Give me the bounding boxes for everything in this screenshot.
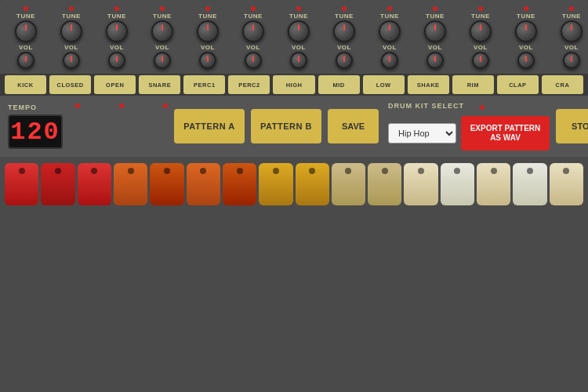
vol-label-4: VOL — [201, 44, 215, 51]
vol-knob-10[interactable] — [472, 52, 489, 69]
led-kick — [24, 6, 28, 11]
channel-btn-rim[interactable]: RIM — [452, 75, 494, 94]
pattern-b-button[interactable]: PATTERN B — [251, 109, 321, 143]
channel-btn-perc1[interactable]: PERC1 — [183, 75, 225, 94]
step-button-9[interactable] — [296, 163, 329, 205]
vol-knob-12[interactable] — [563, 52, 580, 69]
step-button-5[interactable] — [150, 163, 183, 205]
tune-label-5: TUNE — [244, 13, 263, 20]
channel-btn-closed[interactable]: CLOSED — [49, 75, 91, 94]
channel-btn-clap[interactable]: CLAP — [497, 75, 539, 94]
tune-knob-10[interactable] — [470, 20, 492, 42]
step-button-8[interactable] — [259, 163, 292, 205]
vol-label-3: VOL — [155, 44, 169, 51]
tune-label-0: TUNE — [16, 13, 35, 20]
tune-knob-0[interactable] — [15, 20, 37, 42]
channel-col-cra: TUNEVOL — [549, 6, 588, 71]
channel-btn-low[interactable]: LOW — [363, 75, 405, 94]
led-clap — [524, 6, 528, 11]
channel-btn-snare[interactable]: SNARE — [139, 75, 180, 94]
vol-knob-3[interactable] — [154, 52, 171, 69]
drum-kit-header: DRUM KIT SELECT — [388, 102, 485, 113]
drum-kit-led — [480, 105, 485, 110]
channel-btn-perc2[interactable]: PERC2 — [228, 75, 270, 94]
channel-btn-high[interactable]: HIGH — [273, 75, 314, 94]
export-button[interactable]: EXPORT PATTERN AS WAV — [461, 116, 550, 151]
vol-knob-11[interactable] — [517, 52, 535, 69]
tune-knob-5[interactable] — [242, 20, 264, 42]
channel-col-rim: TUNEVOL — [458, 6, 503, 71]
tune-label-7: TUNE — [335, 13, 354, 20]
channel-btn-kick[interactable]: KICK — [5, 75, 46, 94]
step-button-15[interactable] — [513, 163, 546, 205]
drum-kit-select[interactable]: Hip HopRockElectronicJazzLatin — [388, 123, 456, 143]
save-button[interactable]: SAVE — [328, 109, 379, 143]
stop-button[interactable]: STOP — [556, 109, 588, 143]
step-button-10[interactable] — [332, 163, 365, 205]
channel-col-closed: TUNEVOL — [49, 6, 94, 71]
step-button-12[interactable] — [404, 163, 437, 205]
step-button-16[interactable] — [550, 163, 583, 205]
drum-kit-label: DRUM KIT SELECT — [388, 102, 464, 110]
vol-knob-4[interactable] — [199, 52, 216, 69]
step-button-7[interactable] — [223, 163, 256, 205]
tune-label-12: TUNE — [562, 13, 581, 20]
vol-label-0: VOL — [19, 44, 33, 51]
tune-label-8: TUNE — [380, 13, 399, 20]
step-button-14[interactable] — [477, 163, 510, 205]
tune-knob-8[interactable] — [379, 20, 401, 42]
pattern-a-button[interactable]: PATTERN A — [174, 109, 245, 143]
led-shake — [433, 6, 437, 11]
vol-knob-7[interactable] — [336, 52, 353, 69]
tempo-led-2 — [119, 103, 124, 108]
vol-knob-1[interactable] — [63, 52, 80, 69]
vol-knob-5[interactable] — [245, 52, 262, 69]
tune-label-11: TUNE — [517, 13, 535, 20]
step-button-13[interactable] — [441, 163, 474, 205]
tune-knob-12[interactable] — [561, 20, 583, 42]
channel-col-low: TUNEVOL — [367, 6, 412, 71]
tune-label-6: TUNE — [289, 13, 308, 20]
tempo-display: 120 — [8, 114, 63, 149]
vol-label-7: VOL — [337, 44, 351, 51]
channel-col-perc2: TUNEVOL — [230, 6, 276, 71]
channel-col-perc1: TUNEVOL — [185, 6, 230, 71]
channel-col-shake: TUNEVOL — [412, 6, 458, 71]
channel-col-kick: TUNEVOL — [3, 6, 49, 71]
step-button-3[interactable] — [78, 163, 111, 205]
step-button-2[interactable] — [41, 163, 74, 205]
step-button-6[interactable] — [187, 163, 220, 205]
channel-btn-cra[interactable]: CRA — [542, 75, 583, 94]
tune-knob-4[interactable] — [197, 20, 219, 42]
tune-label-4: TUNE — [198, 13, 217, 20]
drum-machine: TUNEVOLTUNEVOLTUNEVOLTUNEVOLTUNEVOLTUNEV… — [0, 0, 588, 392]
tune-knob-9[interactable] — [424, 20, 446, 42]
vol-knob-9[interactable] — [426, 52, 444, 69]
channel-col-clap: TUNEVOL — [503, 6, 549, 71]
led-rim — [478, 6, 483, 11]
tune-knob-7[interactable] — [333, 20, 355, 42]
tune-knob-6[interactable] — [288, 20, 310, 42]
channel-btn-mid[interactable]: MID — [318, 75, 360, 94]
vol-knob-2[interactable] — [108, 52, 125, 69]
channel-col-high: TUNEVOL — [276, 6, 321, 71]
vol-label-1: VOL — [64, 44, 78, 51]
tune-knob-2[interactable] — [106, 20, 128, 42]
channel-btn-open[interactable]: OPEN — [94, 75, 136, 94]
step-button-1[interactable] — [5, 163, 38, 205]
step-button-11[interactable] — [368, 163, 401, 205]
channel-btn-shake[interactable]: SHAKE — [408, 75, 449, 94]
vol-knob-8[interactable] — [381, 52, 398, 69]
vol-knob-0[interactable] — [17, 52, 34, 69]
tune-label-2: TUNE — [107, 13, 126, 20]
channel-col-mid: TUNEVOL — [321, 6, 367, 71]
vol-label-10: VOL — [474, 44, 488, 51]
tune-knob-1[interactable] — [60, 20, 82, 42]
step-button-4[interactable] — [114, 163, 147, 205]
vol-knob-6[interactable] — [290, 52, 307, 69]
channel-col-open: TUNEVOL — [94, 6, 140, 71]
knobs-section: TUNEVOLTUNEVOLTUNEVOLTUNEVOLTUNEVOLTUNEV… — [0, 0, 588, 74]
tune-knob-3[interactable] — [151, 20, 173, 42]
tempo-led-1 — [75, 103, 80, 108]
tune-knob-11[interactable] — [515, 20, 537, 42]
